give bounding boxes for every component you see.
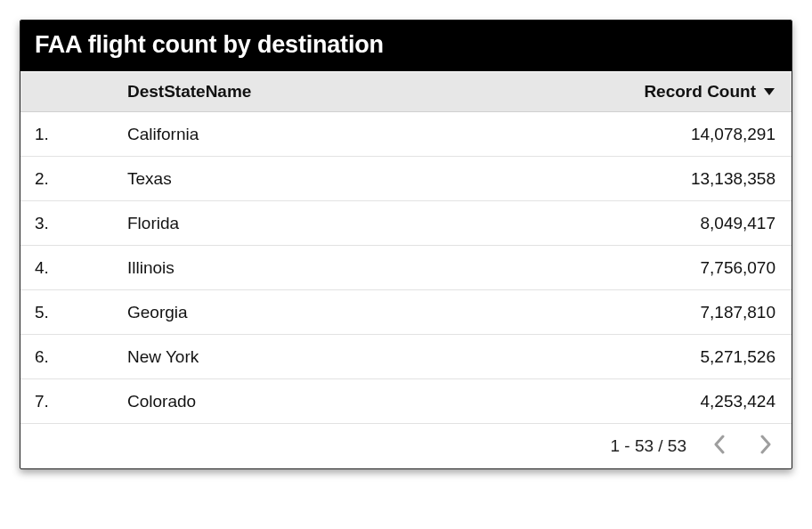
chevron-right-icon <box>759 435 772 459</box>
row-recordcount: 8,049,417 <box>700 214 775 233</box>
row-index: 1. <box>20 125 127 144</box>
row-deststatename: Georgia <box>127 303 700 322</box>
table-header-row: DestStateName Record Count <box>20 71 792 112</box>
column-header-deststatename[interactable]: DestStateName <box>127 82 644 102</box>
table-row: 3. Florida 8,049,417 <box>20 201 792 246</box>
row-deststatename: New York <box>127 347 700 367</box>
row-index: 6. <box>20 347 127 367</box>
row-deststatename: Illinois <box>127 258 700 278</box>
pagination-range: 1 - 53 / 53 <box>610 436 686 456</box>
prev-page-button[interactable] <box>710 436 729 456</box>
row-index: 4. <box>20 258 127 278</box>
table-row: 6. New York 5,271,526 <box>20 335 792 379</box>
table-body: 1. California 14,078,291 2. Texas 13,138… <box>20 112 792 424</box>
table-row: 4. Illinois 7,756,070 <box>20 246 792 290</box>
card-title: FAA flight count by destination <box>20 20 792 71</box>
row-deststatename: Florida <box>127 214 700 233</box>
row-recordcount: 13,138,358 <box>691 169 775 189</box>
row-index: 5. <box>20 303 127 322</box>
table-footer: 1 - 53 / 53 <box>20 424 792 468</box>
row-index: 7. <box>20 392 127 411</box>
row-recordcount: 5,271,526 <box>700 347 775 367</box>
row-recordcount: 14,078,291 <box>691 125 775 144</box>
chevron-left-icon <box>713 435 726 459</box>
sort-desc-icon <box>763 87 775 96</box>
row-recordcount: 4,253,424 <box>700 392 775 411</box>
row-deststatename: Texas <box>127 169 691 189</box>
table-row: 7. Colorado 4,253,424 <box>20 379 792 424</box>
row-recordcount: 7,187,810 <box>700 303 775 322</box>
table-row: 5. Georgia 7,187,810 <box>20 290 792 335</box>
next-page-button[interactable] <box>756 436 775 456</box>
data-table-card: FAA flight count by destination DestStat… <box>20 20 792 469</box>
table-row: 1. California 14,078,291 <box>20 112 792 157</box>
column-header-recordcount[interactable]: Record Count <box>644 82 775 102</box>
row-index: 3. <box>20 214 127 233</box>
row-index: 2. <box>20 169 127 189</box>
table-row: 2. Texas 13,138,358 <box>20 157 792 201</box>
row-recordcount: 7,756,070 <box>700 258 775 278</box>
row-deststatename: California <box>127 125 691 144</box>
row-deststatename: Colorado <box>127 392 700 411</box>
column-header-recordcount-label: Record Count <box>644 82 756 102</box>
